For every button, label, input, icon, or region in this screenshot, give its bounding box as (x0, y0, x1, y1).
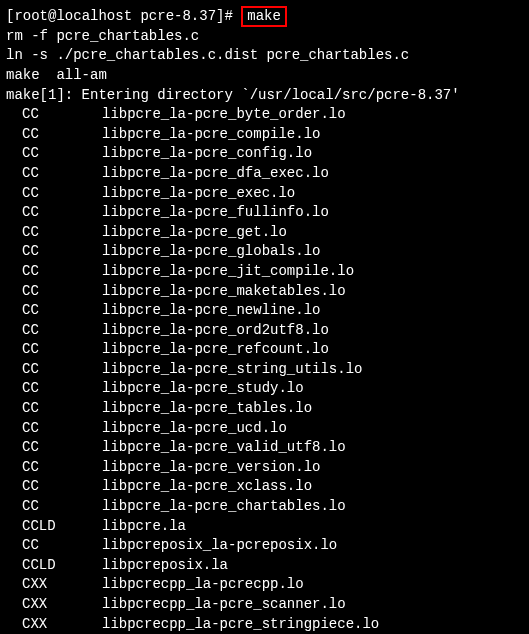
compile-tag: CC (22, 262, 102, 282)
compile-tag: CC (22, 340, 102, 360)
output-line: ln -s ./pcre_chartables.c.dist pcre_char… (6, 46, 523, 66)
compile-file: libpcre_la-pcre_ucd.lo (102, 420, 287, 436)
compile-line: CClibpcre_la-pcre_ucd.lo (6, 419, 523, 439)
compile-file: libpcre_la-pcre_refcount.lo (102, 341, 329, 357)
compile-line: CClibpcre_la-pcre_maketables.lo (6, 282, 523, 302)
compile-tag: CXX (22, 615, 102, 634)
compile-file: libpcrecpp_la-pcre_scanner.lo (102, 596, 346, 612)
compile-tag: CC (22, 497, 102, 517)
compile-file: libpcre_la-pcre_version.lo (102, 459, 320, 475)
compile-file: libpcre_la-pcre_globals.lo (102, 243, 320, 259)
compile-tag: CC (22, 458, 102, 478)
prompt-prefix: [root@localhost pcre-8.37]# (6, 8, 241, 24)
compile-tag: CC (22, 321, 102, 341)
compile-tag: CC (22, 379, 102, 399)
compile-output: CClibpcre_la-pcre_byte_order.loCClibpcre… (6, 105, 523, 634)
compile-line: CClibpcre_la-pcre_newline.lo (6, 301, 523, 321)
command-highlighted: make (241, 6, 287, 27)
compile-line: CCLDlibpcre.la (6, 517, 523, 537)
compile-file: libpcre_la-pcre_jit_compile.lo (102, 263, 354, 279)
compile-file: libpcre_la-pcre_compile.lo (102, 126, 320, 142)
compile-file: libpcre_la-pcre_newline.lo (102, 302, 320, 318)
compile-line: CClibpcre_la-pcre_valid_utf8.lo (6, 438, 523, 458)
compile-tag: CC (22, 301, 102, 321)
compile-tag: CC (22, 477, 102, 497)
output-line: rm -f pcre_chartables.c (6, 27, 523, 47)
compile-tag: CC (22, 399, 102, 419)
compile-line: CCLDlibpcreposix.la (6, 556, 523, 576)
compile-tag: CC (22, 536, 102, 556)
compile-file: libpcrecpp_la-pcre_stringpiece.lo (102, 616, 379, 632)
compile-line: CClibpcre_la-pcre_jit_compile.lo (6, 262, 523, 282)
compile-tag: CC (22, 223, 102, 243)
compile-line: CClibpcre_la-pcre_tables.lo (6, 399, 523, 419)
compile-file: libpcre_la-pcre_valid_utf8.lo (102, 439, 346, 455)
compile-tag: CCLD (22, 556, 102, 576)
compile-tag: CXX (22, 595, 102, 615)
compile-tag: CC (22, 203, 102, 223)
compile-line: CClibpcre_la-pcre_compile.lo (6, 125, 523, 145)
compile-tag: CC (22, 282, 102, 302)
compile-file: libpcrecpp_la-pcrecpp.lo (102, 576, 304, 592)
compile-line: CXXlibpcrecpp_la-pcre_stringpiece.lo (6, 615, 523, 634)
prompt-line: [root@localhost pcre-8.37]# make (6, 6, 523, 27)
compile-file: libpcre_la-pcre_tables.lo (102, 400, 312, 416)
compile-tag: CCLD (22, 517, 102, 537)
compile-line: CClibpcre_la-pcre_exec.lo (6, 184, 523, 204)
compile-line: CClibpcre_la-pcre_string_utils.lo (6, 360, 523, 380)
compile-file: libpcre_la-pcre_byte_order.lo (102, 106, 346, 122)
compile-line: CXXlibpcrecpp_la-pcrecpp.lo (6, 575, 523, 595)
compile-line: CXXlibpcrecpp_la-pcre_scanner.lo (6, 595, 523, 615)
compile-tag: CC (22, 360, 102, 380)
compile-tag: CC (22, 125, 102, 145)
compile-tag: CC (22, 144, 102, 164)
compile-line: CClibpcre_la-pcre_version.lo (6, 458, 523, 478)
compile-tag: CC (22, 242, 102, 262)
compile-line: CClibpcre_la-pcre_study.lo (6, 379, 523, 399)
compile-line: CClibpcre_la-pcre_config.lo (6, 144, 523, 164)
compile-line: CClibpcre_la-pcre_dfa_exec.lo (6, 164, 523, 184)
compile-line: CClibpcre_la-pcre_byte_order.lo (6, 105, 523, 125)
compile-tag: CXX (22, 575, 102, 595)
compile-tag: CC (22, 184, 102, 204)
compile-file: libpcre_la-pcre_maketables.lo (102, 283, 346, 299)
compile-line: CClibpcreposix_la-pcreposix.lo (6, 536, 523, 556)
compile-file: libpcre_la-pcre_ord2utf8.lo (102, 322, 329, 338)
compile-line: CClibpcre_la-pcre_globals.lo (6, 242, 523, 262)
compile-line: CClibpcre_la-pcre_ord2utf8.lo (6, 321, 523, 341)
compile-line: CClibpcre_la-pcre_get.lo (6, 223, 523, 243)
output-line: make all-am (6, 66, 523, 86)
compile-line: CClibpcre_la-pcre_refcount.lo (6, 340, 523, 360)
compile-file: libpcre_la-pcre_dfa_exec.lo (102, 165, 329, 181)
compile-file: libpcre_la-pcre_fullinfo.lo (102, 204, 329, 220)
compile-file: libpcreposix.la (102, 557, 228, 573)
compile-line: CClibpcre_la-pcre_xclass.lo (6, 477, 523, 497)
compile-tag: CC (22, 164, 102, 184)
compile-file: libpcre.la (102, 518, 186, 534)
compile-file: libpcre_la-pcre_config.lo (102, 145, 312, 161)
compile-line: CClibpcre_la-pcre_fullinfo.lo (6, 203, 523, 223)
compile-tag: CC (22, 438, 102, 458)
compile-file: libpcre_la-pcre_chartables.lo (102, 498, 346, 514)
compile-tag: CC (22, 419, 102, 439)
compile-file: libpcreposix_la-pcreposix.lo (102, 537, 337, 553)
output-prelines: rm -f pcre_chartables.cln -s ./pcre_char… (6, 27, 523, 105)
compile-file: libpcre_la-pcre_exec.lo (102, 185, 295, 201)
compile-line: CClibpcre_la-pcre_chartables.lo (6, 497, 523, 517)
compile-file: libpcre_la-pcre_get.lo (102, 224, 287, 240)
compile-tag: CC (22, 105, 102, 125)
compile-file: libpcre_la-pcre_study.lo (102, 380, 304, 396)
compile-file: libpcre_la-pcre_xclass.lo (102, 478, 312, 494)
compile-file: libpcre_la-pcre_string_utils.lo (102, 361, 362, 377)
output-line: make[1]: Entering directory `/usr/local/… (6, 86, 523, 106)
